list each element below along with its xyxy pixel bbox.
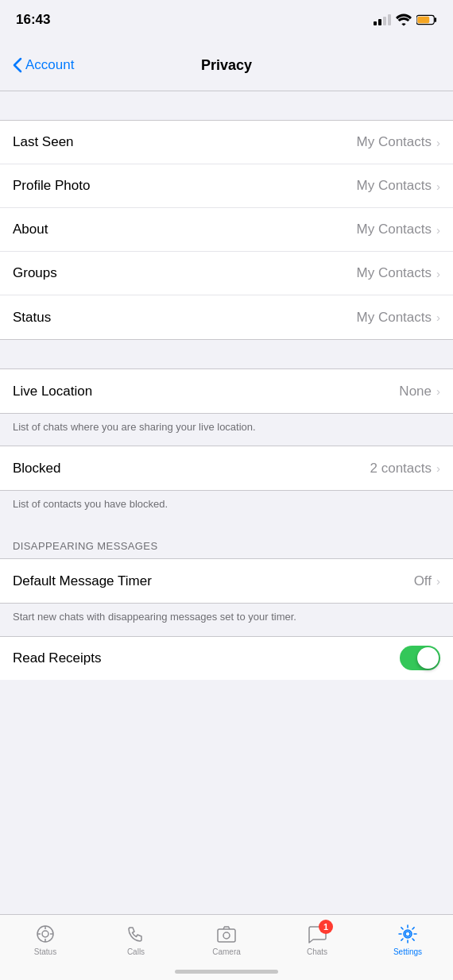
tab-status[interactable]: Status xyxy=(0,923,91,956)
svg-rect-9 xyxy=(218,929,235,942)
section-gap-1 xyxy=(0,91,453,120)
live-location-row[interactable]: Live Location None › xyxy=(0,369,453,413)
chevron-left-icon xyxy=(13,57,22,73)
svg-point-4 xyxy=(42,931,48,937)
calls-tab-label: Calls xyxy=(127,947,145,956)
chevron-icon: › xyxy=(436,136,440,149)
status-icons xyxy=(374,14,437,26)
wifi-icon xyxy=(396,14,412,26)
status-row[interactable]: Status My Contacts › xyxy=(0,295,453,339)
blocked-label: Blocked xyxy=(13,461,60,476)
chats-badge: 1 xyxy=(319,920,333,934)
main-content: Last Seen My Contacts › Profile Photo My… xyxy=(0,91,453,759)
read-receipts-toggle[interactable] xyxy=(400,646,440,670)
live-location-section: Live Location None › xyxy=(0,368,453,414)
blocked-desc: List of contacts you have blocked. xyxy=(0,491,453,523)
groups-value: My Contacts › xyxy=(357,265,440,281)
chevron-icon: › xyxy=(436,311,440,324)
home-indicator xyxy=(175,970,278,974)
status-time: 16:43 xyxy=(16,12,50,28)
chevron-icon: › xyxy=(436,223,440,237)
timer-value: Off › xyxy=(414,573,440,589)
back-label: Account xyxy=(25,57,74,73)
nav-bar: Account Privacy xyxy=(0,40,453,91)
blocked-section: Blocked 2 contacts › xyxy=(0,446,453,491)
chevron-icon: › xyxy=(436,179,440,193)
groups-row[interactable]: Groups My Contacts › xyxy=(0,252,453,295)
last-seen-value: My Contacts › xyxy=(357,134,440,150)
timer-label: Default Message Timer xyxy=(13,573,152,589)
chats-tab-icon: 1 xyxy=(306,923,328,945)
chevron-icon: › xyxy=(436,384,440,398)
groups-label: Groups xyxy=(13,265,57,281)
last-seen-label: Last Seen xyxy=(13,134,74,150)
tab-camera[interactable]: Camera xyxy=(181,923,272,956)
profile-photo-value: My Contacts › xyxy=(357,178,440,194)
svg-point-10 xyxy=(223,932,230,939)
svg-rect-2 xyxy=(417,17,429,23)
status-bar: 16:43 xyxy=(0,0,453,40)
disappearing-messages-header: DISAPPEARING MESSAGES xyxy=(0,523,453,558)
live-location-desc: List of chats where you are sharing your… xyxy=(0,414,453,446)
back-button[interactable]: Account xyxy=(13,57,74,73)
profile-photo-row[interactable]: Profile Photo My Contacts › xyxy=(0,164,453,208)
calls-tab-icon xyxy=(125,923,147,945)
tab-calls[interactable]: Calls xyxy=(91,923,181,956)
section-gap-2 xyxy=(0,340,453,368)
about-row[interactable]: About My Contacts › xyxy=(0,208,453,252)
timer-desc: Start new chats with disappearing messag… xyxy=(0,604,453,635)
camera-tab-icon xyxy=(215,923,238,945)
page-title: Privacy xyxy=(201,57,252,74)
live-location-value: None › xyxy=(399,384,440,399)
chevron-icon: › xyxy=(436,267,440,280)
chevron-icon: › xyxy=(436,461,440,475)
last-seen-row[interactable]: Last Seen My Contacts › xyxy=(0,121,453,164)
signal-icon xyxy=(374,14,391,25)
read-receipts-label: Read Receipts xyxy=(13,650,102,666)
profile-photo-label: Profile Photo xyxy=(13,178,90,194)
tab-chats[interactable]: 1 Chats xyxy=(272,923,362,956)
chats-tab-label: Chats xyxy=(307,947,327,956)
blocked-value: 2 contacts › xyxy=(370,461,441,476)
about-label: About xyxy=(13,222,48,237)
tab-settings[interactable]: Settings xyxy=(362,923,453,956)
svg-point-11 xyxy=(405,932,410,936)
chevron-icon: › xyxy=(436,574,440,588)
about-value: My Contacts › xyxy=(357,222,440,237)
battery-icon xyxy=(416,14,437,25)
status-tab-label: Status xyxy=(34,947,56,956)
timer-section: Default Message Timer Off › xyxy=(0,558,453,604)
live-location-label: Live Location xyxy=(13,384,92,399)
read-receipts-row[interactable]: Read Receipts xyxy=(0,636,453,680)
settings-tab-label: Settings xyxy=(393,947,422,956)
privacy-section-1: Last Seen My Contacts › Profile Photo My… xyxy=(0,120,453,340)
status-label: Status xyxy=(13,310,51,326)
blocked-row[interactable]: Blocked 2 contacts › xyxy=(0,446,453,490)
camera-tab-label: Camera xyxy=(212,947,241,956)
timer-row[interactable]: Default Message Timer Off › xyxy=(0,559,453,603)
svg-rect-1 xyxy=(435,17,436,22)
status-tab-icon xyxy=(34,923,56,945)
status-value: My Contacts › xyxy=(357,310,440,326)
settings-tab-icon xyxy=(397,923,419,945)
